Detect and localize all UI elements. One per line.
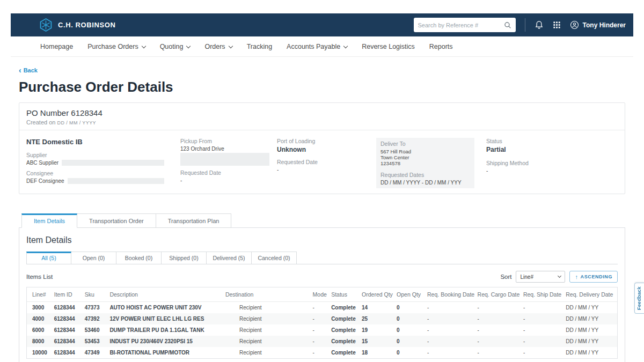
items-list-bar: Items List Sort Line# ↑ ASCENDING [26,271,618,283]
table-cell: 0 [393,324,424,336]
tab-transportation-plan[interactable]: Transportation Plan [156,213,232,228]
tab-transportation-order[interactable]: Transportation Order [77,213,156,228]
filter-tab-canceled-0[interactable]: Canceled (0) [252,252,297,264]
table-cell: - [424,347,474,358]
table-cell: 8000 [27,336,51,347]
column-header-open-qty: Open Qty [393,287,424,302]
table-row[interactable]: 8000612834453453INDUST PU 230/460V 2320P… [27,336,617,347]
tab-item-details[interactable]: Item Details [21,213,77,228]
po-number: PO Number 6128344 [26,108,618,117]
filter-tab-booked-0[interactable]: Booked (0) [116,252,162,264]
nav-item-label: Reverse Logistics [362,43,415,50]
table-cell: Recipient [222,324,310,336]
column-header-description: Description [106,287,222,302]
table-cell: 6128344 [51,336,82,347]
back-link[interactable]: ‹ Back [19,67,38,73]
table-cell: 53460 [82,324,107,336]
table-cell: - [424,302,474,314]
table-cell: Complete [328,324,358,336]
app-grid-icon[interactable] [553,21,561,29]
table-cell: - [310,324,328,336]
deliver-to-line: 567 Hill Road [380,149,470,154]
user-menu[interactable]: Tony Hinderer [570,20,626,29]
nav-item-label: Quoting [160,43,184,50]
notifications-bell-icon[interactable] [535,20,544,29]
column-header-sku: Sku [82,287,107,302]
table-row[interactable]: 10000612834447349BI-ROTATIONAL PUMP/MOTO… [27,347,617,358]
order-type: NTE Domestic IB [26,138,180,146]
table-cell: - [474,313,520,324]
table-row[interactable]: 6000612834453460DUMP TRAILER PU DA 1.1GA… [27,324,617,336]
table-cell: - [310,336,328,347]
table-cell: Complete [328,336,358,347]
nav-item-homepage[interactable]: Homepage [40,43,73,50]
filter-tab-open-0[interactable]: Open (0) [71,252,116,264]
table-cell: Recipient [222,302,310,314]
divider [19,130,625,130]
brand[interactable]: C.H. ROBINSON [39,18,115,32]
chevron-left-icon: ‹ [19,68,21,73]
column-header-req-booking-date: Req. Booking Date [424,287,474,302]
table-cell: - [310,313,328,324]
user-name: Tony Hinderer [583,21,626,29]
nav-item-label: Accounts Payable [287,43,340,50]
table-cell: DD / MM / YY [562,313,617,324]
deliver-to-address: 567 Hill RoadTown Center1234578 [380,149,470,166]
table-cell: 0 [393,302,424,314]
table-cell: Complete [328,302,358,314]
column-header-destination: Destination [222,287,310,302]
search-box[interactable] [414,18,516,32]
table-row[interactable]: 3000612834447373AUTO HOIST AC POWER UNIT… [27,302,617,314]
table-cell: - [520,313,562,324]
nav-item-reverse-logistics[interactable]: Reverse Logistics [362,43,415,50]
nav-item-reports[interactable]: Reports [429,43,453,50]
filter-tab-delivered-5[interactable]: Delivered (5) [207,252,252,264]
search-icon[interactable] [504,21,511,29]
nav-item-quoting[interactable]: Quoting [160,43,191,50]
table-cell: 0 [393,336,424,347]
main-nav: HomepagePurchase OrdersQuotingOrdersTrac… [11,36,633,57]
column-header-req-ship-date: Req. Ship Date [520,287,562,302]
table-cell: - [520,347,562,358]
nav-item-tracking[interactable]: Tracking [247,43,272,50]
table-row[interactable]: 400061283444739212V POWER UNIT ELEC LHL … [27,313,617,324]
feedback-button[interactable]: Feedback [634,283,644,314]
table-cell: - [474,302,520,314]
nav-item-label: Tracking [247,43,272,50]
table-cell: 25 [358,313,393,324]
nav-item-accounts-payable[interactable]: Accounts Payable [287,43,347,50]
search-input[interactable] [418,22,504,28]
brand-name: C.H. ROBINSON [58,21,115,29]
nav-item-label: Purchase Orders [87,43,138,50]
table-cell: 0 [393,313,424,324]
table-cell: 0 [393,347,424,358]
table-cell: - [474,324,520,336]
column-header-status: Status [328,287,358,302]
table-cell: 47349 [82,347,107,358]
nav-item-purchase-orders[interactable]: Purchase Orders [87,43,145,50]
filter-tab-shipped-0[interactable]: Shipped (0) [162,252,207,264]
chevron-down-icon [141,43,145,48]
po-col-status: Status Partial Shipping Method - [486,138,618,188]
sort-select[interactable]: Line# [516,271,565,283]
table-cell: BI-ROTATIONAL PUMP/MOTOR [106,347,222,358]
consignee-value: DEF Consignee [26,178,64,184]
port-of-loading-label: Port of Loading [277,138,376,144]
po-col-port: Port of Loading Unknown Requested Date - [277,138,376,188]
sort-direction-button[interactable]: ↑ ASCENDING [569,271,618,283]
port-requested-date-value: - [277,167,376,173]
topbar-divider [525,18,525,32]
po-summary-card: PO Number 6128344 Created on DD / MM / Y… [19,102,625,194]
table-cell: 6000 [27,324,51,336]
table-cell: 4000 [27,313,51,324]
table-cell: Complete [328,313,358,324]
app-container: C.H. ROBINSON [0,0,644,362]
supplier-value-row: ABC Supplier [26,160,164,166]
nav-item-orders[interactable]: Orders [204,43,232,50]
nav-item-label: Orders [204,43,225,50]
po-col-deliver: Deliver To 567 Hill RoadTown Center12345… [376,138,486,188]
pickup-from-value: 123 Orchard Drive [180,146,277,152]
table-cell: 18 [358,347,393,358]
filter-tab-all-5[interactable]: All (5) [26,252,71,264]
chevron-down-icon [558,274,561,278]
